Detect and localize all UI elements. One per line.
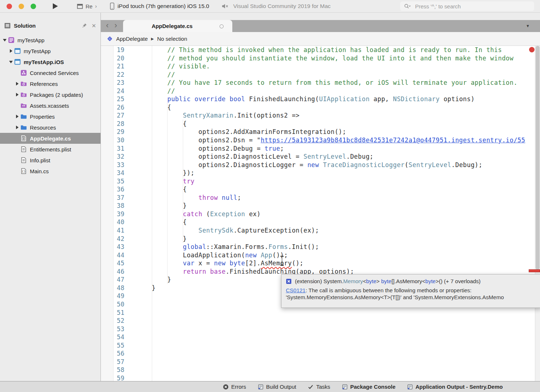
statusbar-package-console-button[interactable]: Package Console — [342, 384, 395, 390]
line-number[interactable]: 49 — [101, 292, 128, 300]
line-number[interactable]: 51 — [101, 309, 128, 317]
code-line-52[interactable]: 52 — [101, 317, 540, 325]
tab-list-dropdown-icon[interactable]: ▼ — [526, 24, 530, 28]
code-line-44[interactable]: 44 LoadApplication(new App()); — [101, 251, 540, 260]
line-number[interactable]: 26 — [101, 103, 128, 112]
code-editor[interactable]: 19 // This method is invoked when the ap… — [101, 46, 540, 381]
sidebar-item-connected-services[interactable]: Connected Services — [0, 67, 100, 78]
line-number[interactable]: 53 — [101, 325, 128, 333]
line-number[interactable]: 21 — [101, 62, 128, 71]
line-number[interactable]: 42 — [101, 235, 128, 243]
line-number[interactable]: 44 — [101, 251, 128, 260]
code-line-22[interactable]: 22 // — [101, 71, 540, 79]
code-line-21[interactable]: 21 // visible. — [101, 62, 540, 71]
line-number[interactable]: 22 — [101, 71, 128, 79]
code-line-26[interactable]: 26 { — [101, 103, 540, 112]
code-line-20[interactable]: 20 // method you should instantiate the … — [101, 54, 540, 63]
code-line-41[interactable]: 41 SentrySdk.CaptureException(ex); — [101, 226, 540, 235]
tab-appdelegate[interactable]: AppDelegate.cs — [123, 20, 232, 32]
line-number[interactable]: 24 — [101, 87, 128, 95]
disclosure-right-icon[interactable] — [14, 115, 20, 118]
disclosure-down-icon[interactable] — [1, 39, 8, 41]
disclosure-right-icon[interactable] — [14, 82, 20, 86]
sidebar-item-assets-xcassets[interactable]: Assets.xcassets — [0, 100, 100, 111]
pin-icon[interactable] — [82, 23, 87, 28]
line-number[interactable]: 29 — [101, 128, 128, 136]
sidebar-item-packages-2-updates[interactable]: Packages (2 updates) — [0, 89, 100, 100]
code-line-31[interactable]: 31 options2.Debug = true; — [101, 144, 540, 153]
code-line-19[interactable]: 19 // This method is invoked when the ap… — [101, 46, 540, 54]
line-number[interactable]: 37 — [101, 194, 128, 202]
sidebar-item-mytestapp[interactable]: myTestApp — [0, 45, 100, 56]
line-number[interactable]: 47 — [101, 276, 128, 284]
statusbar-application-output-sentry-demo-button[interactable]: Application Output - Sentry.Demo — [407, 384, 503, 390]
line-number[interactable]: 45 — [101, 259, 128, 268]
breadcrumb-class[interactable]: AppDelegate — [116, 36, 148, 42]
line-number[interactable]: 28 — [101, 120, 128, 128]
code-line-32[interactable]: 32 options2.DiagnosticLevel = SentryLeve… — [101, 153, 540, 161]
code-line-58[interactable]: 58 — [101, 366, 540, 374]
scrollbar-thumb[interactable] — [536, 46, 540, 270]
build-configuration-selector[interactable]: Re › — [77, 3, 97, 9]
code-line-45[interactable]: 45 var x = new byte[2].AsMemory(); — [101, 259, 540, 268]
sidebar-item-main-cs[interactable]: {}Main.cs — [0, 166, 100, 177]
line-number[interactable]: 48 — [101, 284, 128, 292]
scrollbar-error-marker[interactable] — [529, 269, 540, 272]
code-line-27[interactable]: 27 SentryXamarin.Init(options2 => — [101, 111, 540, 120]
code-line-42[interactable]: 42 } — [101, 235, 540, 243]
code-line-56[interactable]: 56 — [101, 349, 540, 358]
code-line-39[interactable]: 39 catch (Exception ex) — [101, 210, 540, 218]
code-line-57[interactable]: 57 — [101, 358, 540, 366]
sidebar-item-info-plist[interactable]: Info.plist — [0, 155, 100, 166]
code-line-29[interactable]: 29 options2.AddXamarinFormsIntegration()… — [101, 128, 540, 136]
line-number[interactable]: 59 — [101, 374, 128, 381]
code-line-40[interactable]: 40 { — [101, 218, 540, 226]
statusbar-tasks-button[interactable]: Tasks — [308, 384, 330, 390]
line-number[interactable]: 23 — [101, 79, 128, 87]
code-line-38[interactable]: 38 } — [101, 202, 540, 210]
line-number[interactable]: 27 — [101, 111, 128, 120]
sidebar-item-mytestapp-ios[interactable]: myTestApp.iOS — [0, 56, 100, 67]
line-number[interactable]: 56 — [101, 349, 128, 358]
close-icon[interactable]: ✕ — [91, 23, 96, 28]
disclosure-right-icon[interactable] — [8, 49, 14, 53]
minimize-window-button[interactable] — [19, 4, 24, 9]
error-health-indicator[interactable] — [529, 47, 535, 52]
mute-speaker-icon[interactable] — [221, 3, 229, 9]
run-button[interactable] — [51, 3, 59, 10]
sidebar-item-appdelegate-cs[interactable]: {}AppDelegate.cs — [0, 133, 100, 144]
code-line-54[interactable]: 54 — [101, 333, 540, 341]
global-search[interactable] — [400, 1, 534, 11]
line-number[interactable]: 33 — [101, 161, 128, 169]
line-number[interactable]: 50 — [101, 300, 128, 309]
code-line-59[interactable]: 59 — [101, 374, 540, 381]
code-line-37[interactable]: 37 throw null; — [101, 194, 540, 202]
statusbar-build-output-button[interactable]: Build Output — [258, 384, 296, 390]
code-line-23[interactable]: 23 // You have 17 seconds to return from… — [101, 79, 540, 87]
line-number[interactable]: 35 — [101, 177, 128, 186]
error-code-link[interactable]: CS0121 — [286, 287, 306, 293]
code-line-25[interactable]: 25 public override bool FinishedLaunchin… — [101, 95, 540, 103]
line-number[interactable]: 20 — [101, 54, 128, 63]
line-number[interactable]: 40 — [101, 218, 128, 226]
line-number[interactable]: 43 — [101, 243, 128, 251]
code-line-35[interactable]: 35 try — [101, 177, 540, 186]
disclosure-right-icon[interactable] — [14, 93, 20, 96]
line-number[interactable]: 39 — [101, 210, 128, 218]
line-number[interactable]: 32 — [101, 153, 128, 161]
sidebar-item-entitlements-plist[interactable]: Entitlements.plist — [0, 144, 100, 155]
modified-indicator-icon[interactable] — [220, 24, 224, 28]
code-line-30[interactable]: 30 options2.Dsn = "https://5a193123a9b84… — [101, 136, 540, 144]
disclosure-right-icon[interactable] — [14, 126, 20, 129]
line-number[interactable]: 38 — [101, 202, 128, 210]
editor-scrollbar[interactable] — [535, 46, 540, 381]
search-input[interactable] — [414, 3, 531, 10]
breadcrumb-selection[interactable]: No selection — [157, 36, 187, 42]
device-selector[interactable]: iPod touch (7th generation) iOS 15.0 — [110, 3, 209, 10]
navigate-forward-button[interactable]: › — [114, 21, 117, 29]
line-number[interactable]: 46 — [101, 268, 128, 276]
line-number[interactable]: 57 — [101, 358, 128, 366]
code-line-34[interactable]: 34 }); — [101, 169, 540, 177]
sidebar-item-resources[interactable]: Resources — [0, 122, 100, 133]
line-number[interactable]: 19 — [101, 46, 128, 54]
